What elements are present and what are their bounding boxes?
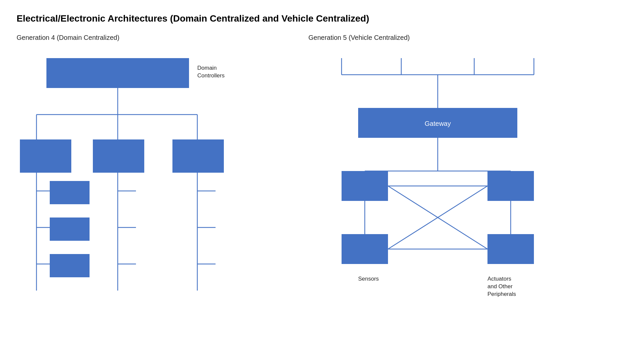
gen5-sensors-label: Sensors (358, 276, 379, 282)
gen4-ls1-box (50, 181, 90, 204)
gen4-mid-box (93, 139, 144, 173)
gen5-actuator-bot-box (487, 234, 534, 264)
page-container: Electrical/Electronic Architectures (Dom… (17, 13, 627, 322)
gen4-left-box (20, 139, 71, 173)
gen5-actuators-label3: Peripherals (487, 291, 516, 297)
gen4-svg: Domain Controllers (17, 48, 242, 320)
gen4-top-box (46, 58, 189, 88)
gen4-right-box (172, 139, 224, 173)
gen4-ls2-box (50, 218, 90, 241)
diagrams-container: Generation 4 (Domain Centralized) Domain… (17, 34, 627, 322)
gen5-actuators-label1: Actuators (487, 276, 511, 282)
gen4-ls3-box (50, 254, 90, 277)
gen5-diagram: Generation 5 (Vehicle Centralized) Gatew… (308, 34, 567, 322)
gen4-domain-label2: Controllers (197, 72, 225, 79)
gen5-sensor-bot-box (342, 234, 388, 264)
gen4-title: Generation 4 (Domain Centralized) (17, 34, 242, 42)
gen5-svg: Gateway (308, 48, 567, 320)
gen4-diagram: Generation 4 (Domain Centralized) Domain… (17, 34, 242, 322)
gen5-actuator-top-box (487, 171, 534, 201)
gen5-sensor-top-box (342, 171, 388, 201)
gen5-actuators-label2: and Other (487, 283, 513, 290)
gen5-gateway-label: Gateway (425, 120, 451, 127)
page-title: Electrical/Electronic Architectures (Dom… (17, 13, 627, 24)
gen4-domain-label: Domain (197, 65, 217, 71)
gen5-title: Generation 5 (Vehicle Centralized) (308, 34, 567, 42)
